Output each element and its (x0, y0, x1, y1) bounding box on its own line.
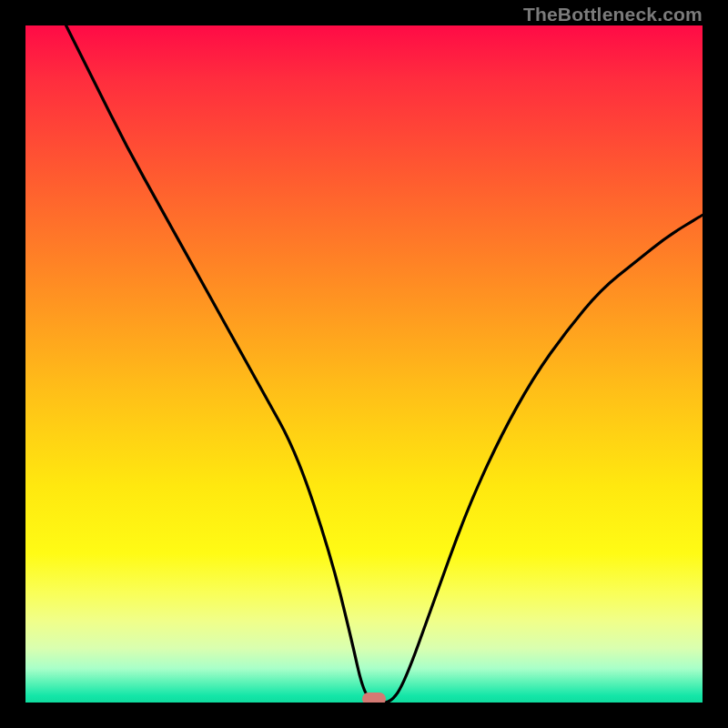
watermark-text: TheBottleneck.com (523, 4, 703, 25)
background-gradient (25, 25, 703, 703)
chart-frame: TheBottleneck.com (0, 0, 728, 728)
plot-area (25, 25, 703, 703)
optimal-marker (362, 693, 386, 703)
